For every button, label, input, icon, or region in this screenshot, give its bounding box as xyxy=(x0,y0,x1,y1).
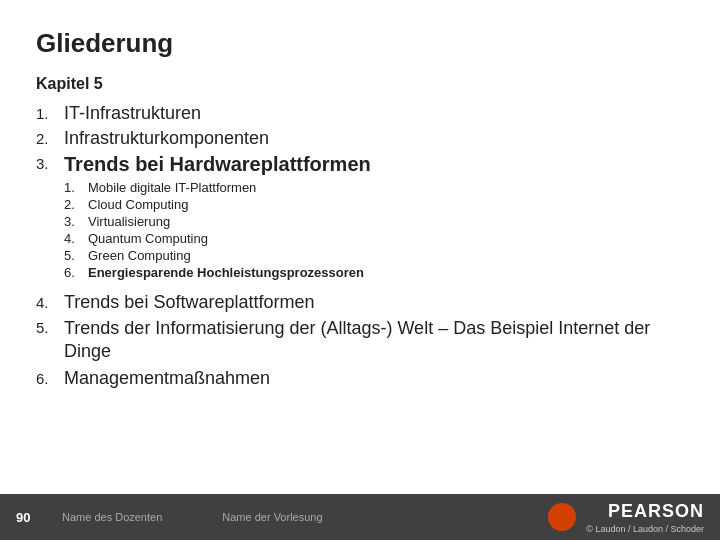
sub-list-item-2: 2. Cloud Computing xyxy=(64,197,364,212)
list-item-6: 6. Managementmaßnahmen xyxy=(36,368,684,389)
list-num-1: 1. xyxy=(36,103,64,122)
list-num-5: 5. xyxy=(36,317,64,336)
sub-label-3: Virtualisierung xyxy=(88,214,170,229)
footer-lecture-name: Name der Vorlesung xyxy=(222,511,322,523)
sub-list-item-6: 6. Energiesparende Hochleistungsprozesso… xyxy=(64,265,364,280)
sub-label-1: Mobile digitale IT-Plattformen xyxy=(88,180,256,195)
list-label-5: Trends der Informatisierung der (Alltags… xyxy=(64,317,684,364)
top-list: 1. IT-Infrastrukturen 2. Infrastrukturko… xyxy=(36,103,684,389)
pearson-logo-wrap: PEARSON © Laudon / Laudon / Schoder xyxy=(586,501,704,534)
sub-list: 1. Mobile digitale IT-Plattformen 2. Clo… xyxy=(64,180,364,280)
sub-list-item-4: 4. Quantum Computing xyxy=(64,231,364,246)
list-label-6: Managementmaßnahmen xyxy=(64,368,270,389)
list-label-4: Trends bei Softwareplattformen xyxy=(64,292,314,313)
list-label-3: Trends bei Hardwareplattformen xyxy=(64,153,371,176)
sub-num-3: 3. xyxy=(64,214,88,229)
list-label-2: Infrastrukturkomponenten xyxy=(64,128,269,149)
sub-label-2: Cloud Computing xyxy=(88,197,188,212)
pearson-sub: © Laudon / Laudon / Schoder xyxy=(586,524,704,534)
pearson-logo-icon xyxy=(548,503,576,531)
footer: 90 Name des Dozenten Name der Vorlesung … xyxy=(0,494,720,540)
sub-list-item-5: 5. Green Computing xyxy=(64,248,364,263)
list-item-3: 3. Trends bei Hardwareplattformen 1. Mob… xyxy=(36,153,684,288)
footer-right: PEARSON © Laudon / Laudon / Schoder xyxy=(548,501,704,534)
list-item-5: 5. Trends der Informatisierung der (Allt… xyxy=(36,317,684,364)
sub-list-container: 1. Mobile digitale IT-Plattformen 2. Clo… xyxy=(64,180,364,282)
footer-page-number: 90 xyxy=(16,510,46,525)
list-item-1: 1. IT-Infrastrukturen xyxy=(36,103,684,124)
list-num-4: 4. xyxy=(36,292,64,311)
footer-center: Name des Dozenten Name der Vorlesung xyxy=(62,511,548,523)
list-item-4: 4. Trends bei Softwareplattformen xyxy=(36,292,684,313)
sub-num-5: 5. xyxy=(64,248,88,263)
sub-label-6: Energiesparende Hochleistungsprozessoren xyxy=(88,265,364,280)
sub-label-5: Green Computing xyxy=(88,248,191,263)
pearson-label: PEARSON xyxy=(608,501,704,522)
page-title: Gliederung xyxy=(36,28,684,59)
sub-num-4: 4. xyxy=(64,231,88,246)
list-label-1: IT-Infrastrukturen xyxy=(64,103,201,124)
sub-list-item-1: 1. Mobile digitale IT-Plattformen xyxy=(64,180,364,195)
footer-lecturer-name: Name des Dozenten xyxy=(62,511,162,523)
sub-label-4: Quantum Computing xyxy=(88,231,208,246)
list-num-2: 2. xyxy=(36,128,64,147)
sub-list-item-3: 3. Virtualisierung xyxy=(64,214,364,229)
sub-num-2: 2. xyxy=(64,197,88,212)
list-num-6: 6. xyxy=(36,368,64,387)
chapter-label: Kapitel 5 xyxy=(36,75,684,93)
list-num-3: 3. xyxy=(36,153,64,172)
sub-num-6: 6. xyxy=(64,265,88,280)
list-item-2: 2. Infrastrukturkomponenten xyxy=(36,128,684,149)
sub-num-1: 1. xyxy=(64,180,88,195)
